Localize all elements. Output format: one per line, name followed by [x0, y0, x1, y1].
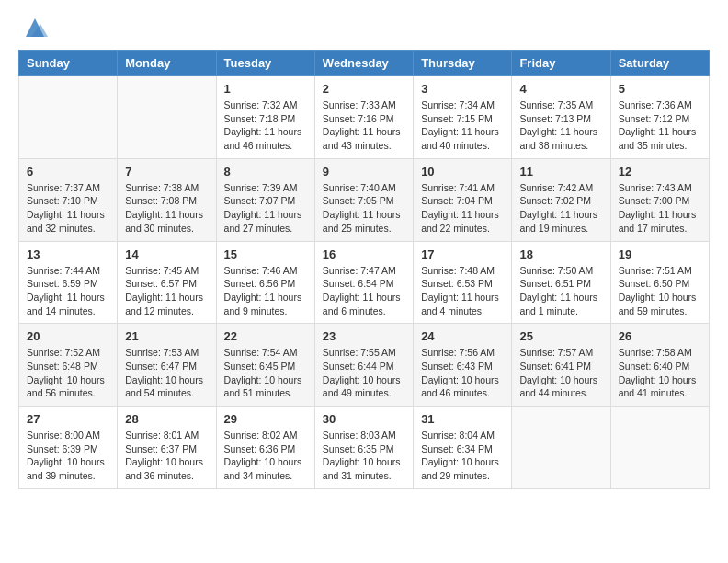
day-number: 9 — [323, 165, 405, 178]
calendar-cell: 30Sunrise: 8:03 AMSunset: 6:35 PMDayligh… — [314, 407, 413, 489]
day-number: 31 — [421, 412, 504, 426]
calendar-cell: 24Sunrise: 7:56 AMSunset: 6:43 PMDayligh… — [414, 324, 512, 407]
day-info: Sunrise: 7:32 AMSunset: 7:18 PMDaylight:… — [224, 98, 307, 153]
calendar-cell: 12Sunrise: 7:43 AMSunset: 7:00 PMDayligh… — [610, 158, 709, 241]
day-info: Sunrise: 8:00 AMSunset: 6:39 PMDaylight:… — [27, 429, 109, 483]
weekday-header-tuesday: Tuesday — [216, 51, 314, 76]
calendar-cell: 5Sunrise: 7:36 AMSunset: 7:12 PMDaylight… — [610, 76, 709, 159]
day-number: 16 — [323, 247, 405, 261]
calendar-cell: 10Sunrise: 7:41 AMSunset: 7:04 PMDayligh… — [414, 158, 512, 241]
day-number: 10 — [421, 165, 504, 178]
day-info: Sunrise: 7:54 AMSunset: 6:45 PMDaylight:… — [224, 346, 307, 400]
day-info: Sunrise: 7:44 AMSunset: 6:59 PMDaylight:… — [27, 264, 109, 318]
day-info: Sunrise: 7:43 AMSunset: 7:00 PMDaylight:… — [619, 181, 701, 236]
calendar-cell — [19, 76, 118, 159]
day-info: Sunrise: 8:02 AMSunset: 6:36 PMDaylight:… — [224, 429, 307, 483]
day-info: Sunrise: 7:40 AMSunset: 7:05 PMDaylight:… — [323, 181, 405, 236]
day-number: 2 — [323, 82, 405, 96]
day-number: 15 — [224, 247, 307, 261]
weekday-header-wednesday: Wednesday — [314, 51, 413, 76]
weekday-header-sunday: Sunday — [19, 51, 118, 76]
day-number: 12 — [619, 165, 701, 178]
calendar-cell: 31Sunrise: 8:04 AMSunset: 6:34 PMDayligh… — [414, 407, 512, 489]
calendar-cell: 17Sunrise: 7:48 AMSunset: 6:53 PMDayligh… — [414, 241, 512, 324]
calendar-cell: 16Sunrise: 7:47 AMSunset: 6:54 PMDayligh… — [314, 241, 413, 324]
day-info: Sunrise: 7:48 AMSunset: 6:53 PMDaylight:… — [421, 264, 504, 318]
week-row-2: 6Sunrise: 7:37 AMSunset: 7:10 PMDaylight… — [19, 158, 710, 241]
calendar-cell: 11Sunrise: 7:42 AMSunset: 7:02 PMDayligh… — [512, 158, 610, 241]
day-number: 13 — [27, 247, 109, 261]
day-info: Sunrise: 7:36 AMSunset: 7:12 PMDaylight:… — [619, 98, 701, 153]
day-number: 22 — [224, 329, 307, 343]
day-number: 5 — [619, 82, 701, 96]
day-info: Sunrise: 7:39 AMSunset: 7:07 PMDaylight:… — [224, 181, 307, 236]
day-number: 30 — [323, 412, 405, 426]
day-number: 3 — [421, 82, 504, 96]
day-number: 19 — [619, 247, 701, 261]
calendar-cell: 9Sunrise: 7:40 AMSunset: 7:05 PMDaylight… — [314, 158, 413, 241]
week-row-4: 20Sunrise: 7:52 AMSunset: 6:48 PMDayligh… — [19, 324, 710, 407]
day-number: 28 — [125, 412, 208, 426]
weekday-header-thursday: Thursday — [414, 51, 512, 76]
calendar-cell: 25Sunrise: 7:57 AMSunset: 6:41 PMDayligh… — [512, 324, 610, 407]
page: SundayMondayTuesdayWednesdayThursdayFrid… — [0, 0, 728, 504]
day-info: Sunrise: 7:38 AMSunset: 7:08 PMDaylight:… — [125, 181, 208, 236]
day-number: 8 — [224, 165, 307, 178]
calendar-cell: 2Sunrise: 7:33 AMSunset: 7:16 PMDaylight… — [314, 76, 413, 159]
week-row-5: 27Sunrise: 8:00 AMSunset: 6:39 PMDayligh… — [19, 407, 710, 489]
day-info: Sunrise: 7:47 AMSunset: 6:54 PMDaylight:… — [323, 264, 405, 318]
day-info: Sunrise: 8:04 AMSunset: 6:34 PMDaylight:… — [421, 429, 504, 483]
day-info: Sunrise: 7:57 AMSunset: 6:41 PMDaylight:… — [519, 346, 602, 400]
day-number: 26 — [619, 329, 701, 343]
day-info: Sunrise: 7:50 AMSunset: 6:51 PMDaylight:… — [519, 264, 602, 318]
day-number: 1 — [224, 82, 307, 96]
week-row-3: 13Sunrise: 7:44 AMSunset: 6:59 PMDayligh… — [19, 241, 710, 324]
calendar-cell: 29Sunrise: 8:02 AMSunset: 6:36 PMDayligh… — [216, 407, 314, 489]
week-row-1: 1Sunrise: 7:32 AMSunset: 7:18 PMDaylight… — [19, 76, 710, 159]
day-info: Sunrise: 7:45 AMSunset: 6:57 PMDaylight:… — [125, 264, 208, 318]
day-info: Sunrise: 7:55 AMSunset: 6:44 PMDaylight:… — [323, 346, 405, 400]
calendar-cell: 4Sunrise: 7:35 AMSunset: 7:13 PMDaylight… — [512, 76, 610, 159]
day-number: 6 — [27, 165, 109, 178]
calendar-cell: 27Sunrise: 8:00 AMSunset: 6:39 PMDayligh… — [19, 407, 118, 489]
day-number: 14 — [125, 247, 208, 261]
header — [18, 15, 710, 40]
calendar-cell: 3Sunrise: 7:34 AMSunset: 7:15 PMDaylight… — [414, 76, 512, 159]
weekday-header-row: SundayMondayTuesdayWednesdayThursdayFrid… — [19, 51, 710, 76]
calendar-cell: 8Sunrise: 7:39 AMSunset: 7:07 PMDaylight… — [216, 158, 314, 241]
day-number: 18 — [519, 247, 602, 261]
day-info: Sunrise: 7:34 AMSunset: 7:15 PMDaylight:… — [421, 98, 504, 153]
day-info: Sunrise: 7:42 AMSunset: 7:02 PMDaylight:… — [519, 181, 602, 236]
day-info: Sunrise: 8:01 AMSunset: 6:37 PMDaylight:… — [125, 429, 208, 483]
calendar-cell: 23Sunrise: 7:55 AMSunset: 6:44 PMDayligh… — [314, 324, 413, 407]
day-info: Sunrise: 7:35 AMSunset: 7:13 PMDaylight:… — [519, 98, 602, 153]
day-number: 25 — [519, 329, 602, 343]
day-number: 7 — [125, 165, 208, 178]
day-info: Sunrise: 7:52 AMSunset: 6:48 PMDaylight:… — [27, 346, 109, 400]
calendar-cell: 19Sunrise: 7:51 AMSunset: 6:50 PMDayligh… — [610, 241, 709, 324]
day-number: 27 — [27, 412, 109, 426]
calendar-cell: 18Sunrise: 7:50 AMSunset: 6:51 PMDayligh… — [512, 241, 610, 324]
calendar-cell: 7Sunrise: 7:38 AMSunset: 7:08 PMDaylight… — [118, 158, 216, 241]
day-number: 17 — [421, 247, 504, 261]
calendar-cell: 14Sunrise: 7:45 AMSunset: 6:57 PMDayligh… — [118, 241, 216, 324]
logo-icon — [22, 15, 48, 40]
day-info: Sunrise: 7:53 AMSunset: 6:47 PMDaylight:… — [125, 346, 208, 400]
day-number: 29 — [224, 412, 307, 426]
day-number: 4 — [519, 82, 602, 96]
day-number: 11 — [519, 165, 602, 178]
day-info: Sunrise: 7:37 AMSunset: 7:10 PMDaylight:… — [27, 181, 109, 236]
weekday-header-friday: Friday — [512, 51, 610, 76]
calendar-cell: 1Sunrise: 7:32 AMSunset: 7:18 PMDaylight… — [216, 76, 314, 159]
day-number: 24 — [421, 329, 504, 343]
calendar-cell — [118, 76, 216, 159]
calendar-cell: 15Sunrise: 7:46 AMSunset: 6:56 PMDayligh… — [216, 241, 314, 324]
calendar: SundayMondayTuesdayWednesdayThursdayFrid… — [18, 50, 710, 489]
day-info: Sunrise: 7:51 AMSunset: 6:50 PMDaylight:… — [619, 264, 701, 318]
day-info: Sunrise: 7:58 AMSunset: 6:40 PMDaylight:… — [619, 346, 701, 400]
calendar-cell: 20Sunrise: 7:52 AMSunset: 6:48 PMDayligh… — [19, 324, 118, 407]
calendar-cell — [610, 407, 709, 489]
logo — [18, 15, 48, 40]
day-number: 23 — [323, 329, 405, 343]
weekday-header-saturday: Saturday — [610, 51, 709, 76]
